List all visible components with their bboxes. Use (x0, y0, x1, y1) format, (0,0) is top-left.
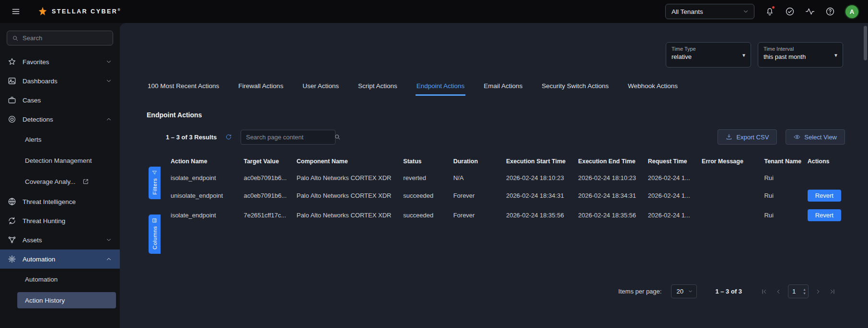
chevron-up-icon (105, 116, 112, 123)
chevron-down-icon (105, 237, 112, 243)
topbar-actions: All Tenants A (665, 4, 858, 19)
time-type-dropdown[interactable]: Time Type relative ▼ (666, 42, 751, 68)
columns-panel-toggle[interactable]: Columns (149, 215, 161, 254)
items-per-page-value: 20 (676, 288, 683, 295)
tab-security-switch-actions[interactable]: Security Switch Actions (541, 78, 610, 96)
tab-email-actions[interactable]: Email Actions (483, 78, 523, 96)
sidebar-item-detection-management[interactable]: Detection Management (0, 150, 120, 171)
tab-webhook-actions[interactable]: Webhook Actions (627, 78, 679, 96)
sidebar-item-action-history[interactable]: Action History (17, 292, 116, 308)
col-header-target-value[interactable]: Target Value (240, 153, 292, 170)
tab-user-actions[interactable]: User Actions (301, 78, 340, 96)
sidebar-item-label: Threat Hunting (23, 217, 65, 225)
external-link-icon (82, 178, 89, 185)
sidebar-search-input[interactable] (23, 34, 108, 42)
main-scrollbar[interactable] (864, 26, 867, 325)
tab-script-actions[interactable]: Script Actions (357, 78, 398, 96)
sidebar-item-cases[interactable]: Cases (0, 90, 120, 110)
cell-action-name: unisolate_endpoint (167, 186, 240, 205)
stellar-cyber-logo: STELLAR CYBER® (37, 6, 120, 17)
last-page-button[interactable] (828, 287, 837, 296)
items-per-page-select[interactable]: 20 (671, 284, 697, 298)
table-row[interactable]: isolate_endpoint ac0eb7091b6... Palo Alt… (167, 170, 845, 186)
cell-tenant-name: Rui (760, 186, 803, 205)
spinner-up-icon[interactable]: ▲ (803, 288, 806, 291)
col-header-request-time[interactable]: Request Time (644, 153, 698, 170)
pagination-controls: ▲▼ (759, 284, 837, 298)
time-type-value: relative (671, 53, 737, 60)
search-icon (12, 35, 19, 42)
revert-button[interactable]: Revert (808, 209, 841, 221)
revert-button[interactable]: Revert (808, 190, 841, 202)
cell-duration: N/A (450, 170, 502, 186)
col-header-status[interactable]: Status (399, 153, 449, 170)
export-csv-label: Export CSV (736, 134, 769, 141)
col-header-error-message[interactable]: Error Message (698, 153, 760, 170)
table-actions: Export CSV Select View (718, 129, 845, 145)
user-avatar[interactable]: A (845, 5, 858, 18)
col-header-action-name[interactable]: Action Name (167, 153, 240, 170)
col-header-tenant-name[interactable]: Tenant Name (760, 153, 803, 170)
help-icon[interactable] (825, 7, 835, 16)
sidebar-item-alerts[interactable]: Alerts (0, 129, 120, 150)
chevron-down-icon (742, 8, 749, 15)
sidebar-item-automation[interactable]: Automation (0, 249, 120, 269)
sidebar-item-label: Automation (23, 256, 55, 263)
page-spinner-arrows[interactable]: ▲▼ (803, 288, 806, 295)
tab-firewall-actions[interactable]: Firewall Actions (237, 78, 284, 96)
tab-100-most-recent-actions[interactable]: 100 Most Recent Actions (147, 78, 220, 96)
table-row[interactable]: isolate_endpoint 7e2651cff17c... Palo Al… (167, 205, 845, 225)
cell-component-name: Palo Alto Networks CORTEX XDR (293, 205, 400, 225)
cell-request-time: 2026-02-24 1... (644, 170, 698, 186)
sidebar-item-threat-intelligence[interactable]: Threat Intelligence (0, 192, 120, 211)
sidebar-item-detections[interactable]: Detections (0, 110, 120, 129)
filters-panel-toggle[interactable]: Filters (149, 167, 161, 199)
sidebar-item-automation-child[interactable]: Automation (0, 269, 120, 290)
sidebar-item-favorites[interactable]: Favorites (0, 52, 120, 71)
next-page-button[interactable] (813, 287, 823, 296)
page-content-search-input[interactable] (246, 134, 330, 141)
col-header-duration[interactable]: Duration (450, 153, 502, 170)
cell-execution-end-time: 2026-02-24 18:35:56 (574, 205, 644, 225)
time-interval-dropdown[interactable]: Time Interval this past month ▼ (758, 42, 843, 68)
system-activity-icon[interactable] (805, 7, 815, 16)
tenant-selector[interactable]: All Tenants (665, 4, 754, 19)
col-header-component-name[interactable]: Component Name (293, 153, 400, 170)
previous-page-button[interactable] (774, 287, 783, 296)
hamburger-menu-icon[interactable] (10, 5, 22, 18)
cell-target-value: 7e2651cff17c... (240, 205, 292, 225)
cell-execution-end-time: 2026-02-24 18:10:23 (574, 170, 644, 186)
sidebar-item-label: Cases (23, 97, 41, 104)
refresh-icon[interactable] (225, 134, 232, 140)
export-csv-button[interactable]: Export CSV (718, 129, 777, 145)
caret-down-icon: ▼ (833, 52, 838, 57)
scrollbar-thumb[interactable] (864, 26, 867, 60)
select-view-button[interactable]: Select View (786, 129, 845, 145)
globe-icon (8, 197, 16, 206)
table-row[interactable]: unisolate_endpoint ac0eb7091b6... Palo A… (167, 186, 845, 205)
sidebar-item-coverage-analysis[interactable]: Coverage Analy... (0, 171, 120, 192)
tab-endpoint-actions[interactable]: Endpoint Actions (416, 78, 466, 96)
sidebar-item-label: Coverage Analy... (25, 178, 76, 185)
sidebar-item-assets[interactable]: Assets (0, 230, 120, 249)
page-number-stepper[interactable]: ▲▼ (788, 284, 809, 298)
cell-status: succeeded (399, 186, 449, 205)
cell-error-message (698, 205, 760, 225)
brand-name: STELLAR CYBER® (52, 8, 120, 15)
tasks-check-circle-icon[interactable] (785, 7, 795, 16)
first-page-button[interactable] (759, 287, 769, 296)
sidebar-search[interactable] (7, 31, 113, 45)
col-header-execution-end-time[interactable]: Execution End Time (574, 153, 644, 170)
time-interval-label: Time Interval (764, 46, 829, 52)
page-content-search[interactable] (241, 130, 336, 145)
table-header-row: Action Name Target Value Component Name … (167, 153, 845, 170)
page-number-input[interactable] (788, 288, 803, 295)
sidebar-item-dashboards[interactable]: Dashboards (0, 71, 120, 90)
items-per-page-label: Items per page: (618, 288, 661, 295)
col-header-execution-start-time[interactable]: Execution Start Time (502, 153, 574, 170)
sidebar-item-threat-hunting[interactable]: Threat Hunting (0, 211, 120, 230)
cell-execution-start-time: 2026-02-24 18:35:56 (502, 205, 574, 225)
spinner-down-icon[interactable]: ▼ (803, 292, 806, 295)
notifications-bell-icon[interactable] (765, 7, 775, 16)
col-header-actions[interactable]: Actions (804, 153, 845, 170)
